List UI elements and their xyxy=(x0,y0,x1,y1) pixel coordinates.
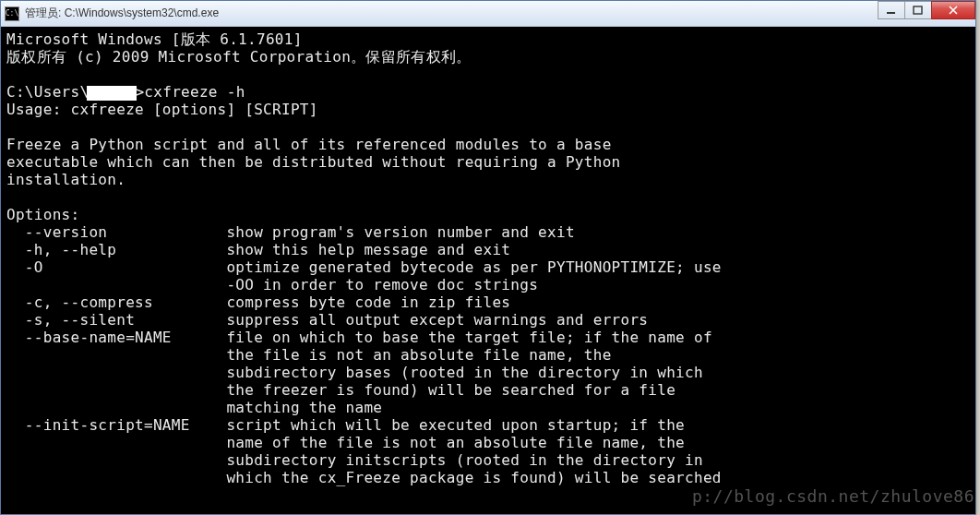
minimize-icon xyxy=(886,6,897,15)
console-line: -O optimize generated bytecode as per PY… xyxy=(6,258,722,276)
console-line: Microsoft Windows [版本 6.1.7601] xyxy=(6,30,303,48)
console-line: -c, --compress compress byte code in zip… xyxy=(6,293,510,311)
svg-rect-0 xyxy=(887,12,895,14)
console-line: Usage: cxfreeze [options] [SCRIPT] xyxy=(6,101,318,118)
console-line: -h, --help show this help message and ex… xyxy=(6,241,510,258)
console-line: the freezer is found) will be searched f… xyxy=(6,381,675,399)
console-line: matching the name xyxy=(6,399,382,416)
console-line: Freeze a Python script and all of its re… xyxy=(6,136,612,153)
svg-rect-1 xyxy=(914,6,922,14)
close-icon xyxy=(948,6,959,15)
minimize-button[interactable] xyxy=(878,1,905,19)
console-line: name of the file is not an absolute file… xyxy=(6,434,685,451)
console-line: --init-script=NAME script which will be … xyxy=(6,416,685,434)
titlebar[interactable]: C:\ 管理员: C:\Windows\system32\cmd.exe xyxy=(1,1,975,27)
close-button[interactable] xyxy=(931,1,975,19)
cmd-window: C:\ 管理员: C:\Windows\system32\cmd.exe Mic… xyxy=(0,0,976,515)
window-controls xyxy=(878,1,975,19)
console-line: -s, --silent suppress all output except … xyxy=(6,311,648,329)
maximize-icon xyxy=(913,6,924,15)
console-line: installation. xyxy=(6,171,125,188)
console-line: subdirectory initscripts (rooted in the … xyxy=(6,451,703,469)
prompt-path: C:\Users\ xyxy=(6,83,89,101)
console-line: the file is not an absolute file name, t… xyxy=(6,346,612,364)
prompt-command: >cxfreeze -h xyxy=(135,83,245,101)
console-line: which the cx_Freeze package is found) wi… xyxy=(6,469,722,486)
console-line: executable which can then be distributed… xyxy=(6,153,621,171)
cmd-icon: C:\ xyxy=(5,6,19,21)
console-line: Options: xyxy=(6,206,79,223)
console-output[interactable]: Microsoft Windows [版本 6.1.7601] 版权所有 (c)… xyxy=(1,27,975,514)
censored-username xyxy=(87,86,137,101)
console-line: 版权所有 (c) 2009 Microsoft Corporation。保留所有… xyxy=(6,48,472,66)
console-line: --base-name=NAME file on which to base t… xyxy=(6,329,712,346)
maximize-button[interactable] xyxy=(904,1,932,19)
window-title: 管理员: C:\Windows\system32\cmd.exe xyxy=(25,6,972,21)
console-line: --version show program's version number … xyxy=(6,223,575,241)
console-line: -OO in order to remove doc strings xyxy=(6,276,538,293)
console-line: subdirectory bases (rooted in the direct… xyxy=(6,364,703,381)
